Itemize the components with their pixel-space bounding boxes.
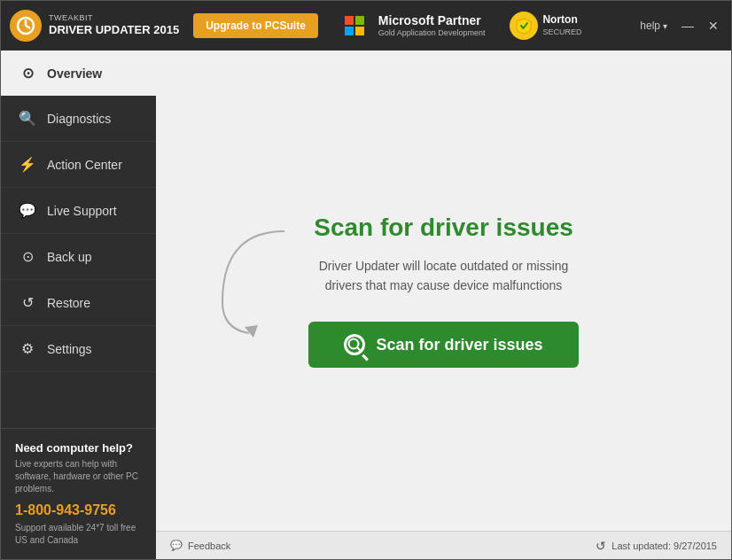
ms-partner-badge: Microsoft Partner Gold Application Devel… <box>345 12 640 40</box>
app-logo: TweakBit DRIVER UPDATER 2015 <box>10 10 179 42</box>
overview-icon: ⊙ <box>19 65 36 82</box>
svg-line-5 <box>357 347 361 351</box>
norton-text: Norton SECURED <box>542 13 581 37</box>
action-center-icon: ⚡ <box>19 156 36 173</box>
feedback-icon: 💬 <box>170 540 183 551</box>
scan-description: Driver Updater will locate outdated or m… <box>302 256 586 296</box>
diagnostics-icon: 🔍 <box>19 110 36 127</box>
main-window: TweakBit DRIVER UPDATER 2015 Upgrade to … <box>0 0 732 560</box>
last-updated-label: Last updated: 9/27/2015 <box>611 541 717 551</box>
sidebar-item-overview[interactable]: ⊙ Overview <box>1 51 156 96</box>
sidebar-item-diagnostics[interactable]: 🔍 Diagnostics <box>1 96 156 142</box>
sidebar-item-action-center[interactable]: ⚡ Action Center <box>1 142 156 188</box>
sidebar-item-live-support[interactable]: 💬 Live Support <box>1 188 156 234</box>
ms-sq-red <box>345 16 354 25</box>
restore-icon: ↺ <box>19 294 36 311</box>
help-box-phone[interactable]: 1-800-943-9756 <box>15 502 142 518</box>
restore-label: Restore <box>47 296 90 310</box>
norton-badge: Norton SECURED <box>510 12 581 40</box>
live-support-label: Live Support <box>47 204 117 218</box>
ms-text: Microsoft Partner Gold Application Devel… <box>378 12 486 39</box>
scan-heading: Scan for driver issues <box>314 214 573 242</box>
norton-sub: SECURED <box>542 27 581 38</box>
last-updated: ↺ Last updated: 9/27/2015 <box>596 539 717 553</box>
ms-sq-green <box>355 16 364 25</box>
settings-icon: ⚙ <box>19 340 36 357</box>
help-box-desc: Live experts can help with software, har… <box>15 458 142 495</box>
sidebar-item-restore[interactable]: ↺ Restore <box>1 280 156 326</box>
overview-label: Overview <box>47 66 102 81</box>
scan-area: Scan for driver issues Driver Updater wi… <box>302 214 586 369</box>
help-box-title: Need computer help? <box>15 441 142 455</box>
svg-line-2 <box>26 26 30 28</box>
titlebar-controls: help ▾ — ✕ <box>640 17 722 35</box>
ms-sq-yellow <box>355 27 364 35</box>
main-panel: Scan for driver issues Driver Updater wi… <box>156 51 731 559</box>
action-center-label: Action Center <box>47 158 122 172</box>
upgrade-button[interactable]: Upgrade to PCSuite <box>193 13 318 38</box>
sidebar-item-back-up[interactable]: ⊙ Back up <box>1 234 156 280</box>
svg-marker-3 <box>245 325 258 338</box>
nav-items: 🔍 Diagnostics ⚡ Action Center 💬 Live Sup… <box>1 96 156 428</box>
scan-button-label: Scan for driver issues <box>376 336 542 354</box>
norton-title: Norton <box>542 13 581 27</box>
ms-logo <box>345 16 364 35</box>
statusbar: 💬 Feedback ↺ Last updated: 9/27/2015 <box>156 531 731 559</box>
feedback-label: Feedback <box>188 541 230 551</box>
settings-label: Settings <box>47 342 92 356</box>
norton-icon <box>510 12 538 40</box>
ms-sq-blue <box>345 27 354 35</box>
live-support-icon: 💬 <box>19 202 36 219</box>
minimize-button[interactable]: — <box>678 17 697 35</box>
help-button[interactable]: help ▾ <box>640 19 667 32</box>
ms-subtitle: Gold Application Development <box>378 28 486 39</box>
sidebar-item-settings[interactable]: ⚙ Settings <box>1 326 156 372</box>
scan-button[interactable]: Scan for driver issues <box>308 322 578 368</box>
logo-icon <box>10 10 42 42</box>
sidebar: ⊙ Overview 🔍 Diagnostics ⚡ Action Center… <box>1 51 156 559</box>
window-controls: — ✕ <box>678 17 722 35</box>
logo-text: TweakBit DRIVER UPDATER 2015 <box>49 13 179 39</box>
feedback-area[interactable]: 💬 Feedback <box>170 540 230 551</box>
help-box-availability: Support available 24*7 toll free US and … <box>15 522 142 547</box>
brand-name: TweakBit <box>49 13 179 24</box>
close-button[interactable]: ✕ <box>705 17 722 35</box>
arrow-decoration <box>205 214 302 341</box>
main-content: Scan for driver issues Driver Updater wi… <box>156 51 731 531</box>
content-area: ⊙ Overview 🔍 Diagnostics ⚡ Action Center… <box>1 51 731 559</box>
titlebar: TweakBit DRIVER UPDATER 2015 Upgrade to … <box>1 1 731 51</box>
back-up-label: Back up <box>47 250 92 264</box>
refresh-icon: ↺ <box>596 539 606 553</box>
help-box: Need computer help? Live experts can hel… <box>1 428 156 559</box>
product-name: DRIVER UPDATER 2015 <box>49 23 179 38</box>
diagnostics-label: Diagnostics <box>47 112 111 126</box>
back-up-icon: ⊙ <box>19 248 36 265</box>
ms-title: Microsoft Partner <box>378 12 486 28</box>
scan-button-icon <box>344 334 365 355</box>
